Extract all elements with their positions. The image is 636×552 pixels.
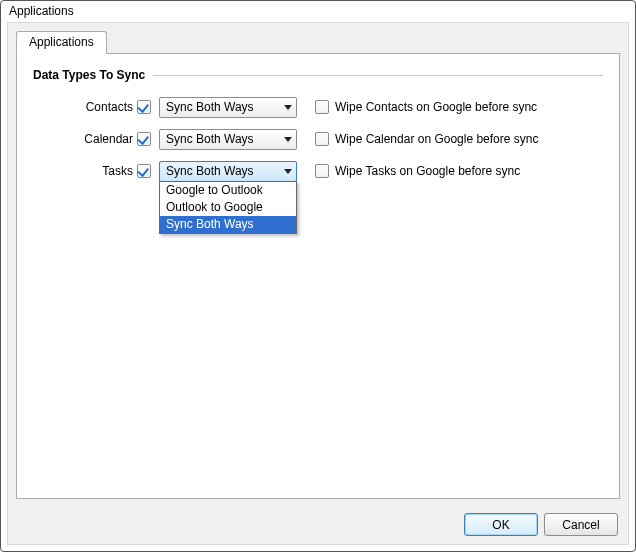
checkbox-wipe-calendar[interactable] <box>315 132 329 146</box>
section-title: Data Types To Sync <box>33 68 153 82</box>
combo-tasks-text: Sync Both Ways <box>160 164 279 178</box>
combo-calendar-text: Sync Both Ways <box>160 132 279 146</box>
section-rule <box>153 75 603 76</box>
dropdown-option-outlook-to-google[interactable]: Outlook to Google <box>160 199 296 216</box>
row-contacts: Contacts Sync Both Ways Wipe Contacts on… <box>33 96 603 118</box>
inner-panel: Applications Data Types To Sync Contacts… <box>7 22 629 545</box>
row-tasks: Tasks Sync Both Ways Wipe Tasks on Googl… <box>33 160 603 182</box>
window-title: Applications <box>1 1 635 22</box>
combo-tasks-mode[interactable]: Sync Both Ways <box>159 161 297 182</box>
wipe-calendar: Wipe Calendar on Google before sync <box>315 132 538 146</box>
label-contacts: Contacts <box>33 100 137 114</box>
label-tasks: Tasks <box>33 164 137 178</box>
row-calendar: Calendar Sync Both Ways Wipe Calendar on… <box>33 128 603 150</box>
window: Applications Applications Data Types To … <box>0 0 636 552</box>
tab-strip: Applications <box>8 23 628 53</box>
chevron-down-icon <box>279 137 296 142</box>
wipe-calendar-label: Wipe Calendar on Google before sync <box>335 132 538 146</box>
checkbox-wipe-tasks[interactable] <box>315 164 329 178</box>
combo-contacts-mode[interactable]: Sync Both Ways <box>159 97 297 118</box>
chevron-down-icon <box>279 169 296 174</box>
combo-contacts-text: Sync Both Ways <box>160 100 279 114</box>
checkbox-wipe-contacts[interactable] <box>315 100 329 114</box>
tab-applications[interactable]: Applications <box>16 31 107 54</box>
wipe-contacts-label: Wipe Contacts on Google before sync <box>335 100 537 114</box>
checkbox-contacts-enable[interactable] <box>137 100 151 114</box>
dropdown-tasks-mode[interactable]: Google to Outlook Outlook to Google Sync… <box>159 181 297 234</box>
wipe-tasks: Wipe Tasks on Google before sync <box>315 164 520 178</box>
chevron-down-icon <box>279 105 296 110</box>
wipe-contacts: Wipe Contacts on Google before sync <box>315 100 537 114</box>
cancel-button[interactable]: Cancel <box>544 513 618 536</box>
wipe-tasks-label: Wipe Tasks on Google before sync <box>335 164 520 178</box>
section-header: Data Types To Sync <box>33 68 603 82</box>
dropdown-option-sync-both-ways[interactable]: Sync Both Ways <box>160 216 296 233</box>
label-calendar: Calendar <box>33 132 137 146</box>
checkbox-tasks-enable[interactable] <box>137 164 151 178</box>
ok-button[interactable]: OK <box>464 513 538 536</box>
dialog-footer: OK Cancel <box>8 507 628 544</box>
dropdown-option-google-to-outlook[interactable]: Google to Outlook <box>160 182 296 199</box>
checkbox-calendar-enable[interactable] <box>137 132 151 146</box>
combo-calendar-mode[interactable]: Sync Both Ways <box>159 129 297 150</box>
tab-content: Data Types To Sync Contacts Sync Both Wa… <box>16 53 620 499</box>
